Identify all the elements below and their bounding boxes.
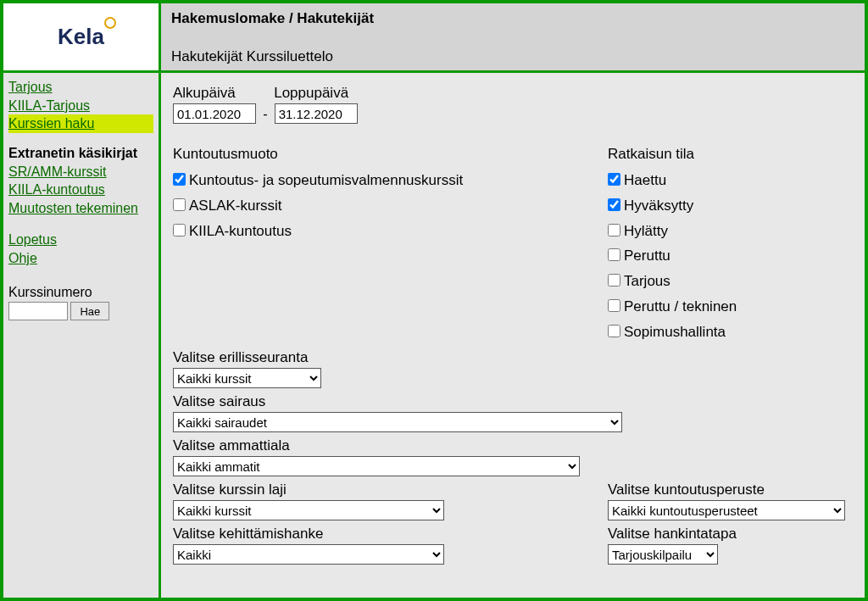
start-date-input[interactable] <box>173 103 256 124</box>
kuntoutusmuoto-group: Kuntoutusmuoto Kuntoutus- ja sopeutumisv… <box>173 146 601 344</box>
ratkaisun-tila-checkbox-1[interactable] <box>608 198 620 211</box>
kurssinumero-input[interactable] <box>8 302 68 320</box>
ratkaisun-tila-label-2: Hylätty <box>624 223 668 239</box>
ratkaisun-tila-label-1: Hyväksytty <box>624 198 693 214</box>
nav-kiila-tarjous[interactable]: KIILA-Tarjous <box>8 97 153 115</box>
kuntoutusperuste-label: Valitse kuntoutusperuste <box>608 481 853 498</box>
kuntoutusmuoto-row: ASLAK-kurssit <box>173 193 601 219</box>
kuntoutusmuoto-checkbox-1[interactable] <box>173 198 186 211</box>
ratkaisun-tila-checkbox-6[interactable] <box>608 325 620 337</box>
ratkaisun-tila-row: Hyväksytty <box>608 193 853 219</box>
ratkaisun-tila-group: Ratkaisun tila HaettuHyväksyttyHylättyPe… <box>608 146 853 344</box>
kuntoutusmuoto-checkbox-0[interactable] <box>173 173 186 186</box>
logo-cell: Kela <box>3 3 161 73</box>
logo-text: Kela <box>58 24 104 49</box>
kuntoutusmuoto-checkbox-2[interactable] <box>173 224 186 237</box>
page-title: Hakemuslomake / Hakutekijät <box>171 10 854 27</box>
sairaus-select[interactable]: Kaikki sairaudet <box>173 412 622 432</box>
kuntoutusmuoto-label-0: Kuntoutus- ja sopeutumisvalmennuskurssit <box>189 172 463 188</box>
nav-section-extranet: Extranetin käsikirjat <box>8 145 153 163</box>
kuntoutusperuste-select[interactable]: Kaikki kuntoutusperusteet <box>608 500 845 520</box>
ratkaisun-tila-label-4: Tarjous <box>624 273 670 289</box>
kehittamishanke-label: Valitse kehittämishanke <box>173 526 601 543</box>
ammattiala-label: Valitse ammattiala <box>173 437 853 454</box>
start-date-label: Alkupäivä <box>173 85 270 102</box>
ratkaisun-tila-row: Tarjous <box>608 269 853 294</box>
sairaus-label: Valitse sairaus <box>173 393 853 410</box>
ratkaisun-tila-checkbox-4[interactable] <box>608 274 620 287</box>
ratkaisun-tila-label-5: Peruttu / tekninen <box>624 298 737 314</box>
nav-kiila-kuntoutus[interactable]: KIILA-kuntoutus <box>8 181 153 199</box>
ratkaisun-tila-row: Hylätty <box>608 219 853 244</box>
kuntoutusmuoto-label-1: ASLAK-kurssit <box>189 198 282 214</box>
ratkaisun-tila-label-0: Haettu <box>624 172 666 188</box>
kurssin-laji-select[interactable]: Kaikki kurssit <box>173 500 444 520</box>
nav-tarjous[interactable]: Tarjous <box>8 78 153 97</box>
ratkaisun-tila-label-3: Peruttu <box>624 248 670 264</box>
ratkaisun-tila-row: Sopimushallinta <box>608 320 853 345</box>
end-date-label: Loppupäivä <box>274 85 348 102</box>
nav-muutosten-tekeminen[interactable]: Muutosten tekeminen <box>8 199 153 218</box>
logo: Kela <box>58 24 104 50</box>
page-subtitle: Hakutekijät Kurssiluettelo <box>171 48 854 65</box>
sidebar: Tarjous KIILA-Tarjous Kurssien haku Extr… <box>3 73 161 598</box>
ratkaisun-tila-checkbox-3[interactable] <box>608 248 620 261</box>
kuntoutusmuoto-row: Kuntoutus- ja sopeutumisvalmennuskurssit <box>173 168 601 193</box>
kehittamishanke-select[interactable]: Kaikki <box>173 544 444 565</box>
kurssinumero-label: Kurssinumero <box>8 285 153 300</box>
ratkaisun-tila-row: Peruttu <box>608 243 853 269</box>
nav-ohje[interactable]: Ohje <box>8 249 153 268</box>
end-date-input[interactable] <box>275 103 358 124</box>
hankintatapa-select[interactable]: Tarjouskilpailu <box>608 544 718 565</box>
ratkaisun-tila-label: Ratkaisun tila <box>608 146 853 163</box>
kuntoutusmuoto-label-2: KIILA-kuntoutus <box>189 223 292 239</box>
ratkaisun-tila-checkbox-2[interactable] <box>608 224 620 237</box>
main: Alkupäivä Loppupäivä - Kuntoutusmuoto Ku… <box>161 73 865 598</box>
header: Hakemuslomake / Hakutekijät Hakutekijät … <box>161 3 865 73</box>
erillisseuranta-select[interactable]: Kaikki kurssit <box>173 368 321 388</box>
nav-sr-amm-kurssit[interactable]: SR/AMM-kurssit <box>8 163 153 181</box>
ratkaisun-tila-checkbox-5[interactable] <box>608 299 620 312</box>
hankintatapa-label: Valitse hankintatapa <box>608 526 853 543</box>
nav-lopetus[interactable]: Lopetus <box>8 231 153 249</box>
erillisseuranta-label: Valitse erillisseuranta <box>173 349 853 366</box>
date-dash: - <box>259 107 270 122</box>
kuntoutusmuoto-row: KIILA-kuntoutus <box>173 219 601 244</box>
date-row: Alkupäivä Loppupäivä - <box>173 85 853 124</box>
ratkaisun-tila-row: Peruttu / tekninen <box>608 294 853 320</box>
hae-button[interactable]: Hae <box>70 302 109 320</box>
kuntoutusmuoto-label: Kuntoutusmuoto <box>173 146 601 163</box>
logo-ring-icon <box>104 17 116 29</box>
kurssin-laji-label: Valitse kurssin laji <box>173 481 601 498</box>
ratkaisun-tila-checkbox-0[interactable] <box>608 173 620 186</box>
ratkaisun-tila-row: Haettu <box>608 168 853 193</box>
nav-kurssien-haku[interactable]: Kurssien haku <box>8 114 153 133</box>
ratkaisun-tila-label-6: Sopimushallinta <box>624 324 726 340</box>
ammattiala-select[interactable]: Kaikki ammatit <box>173 456 580 476</box>
